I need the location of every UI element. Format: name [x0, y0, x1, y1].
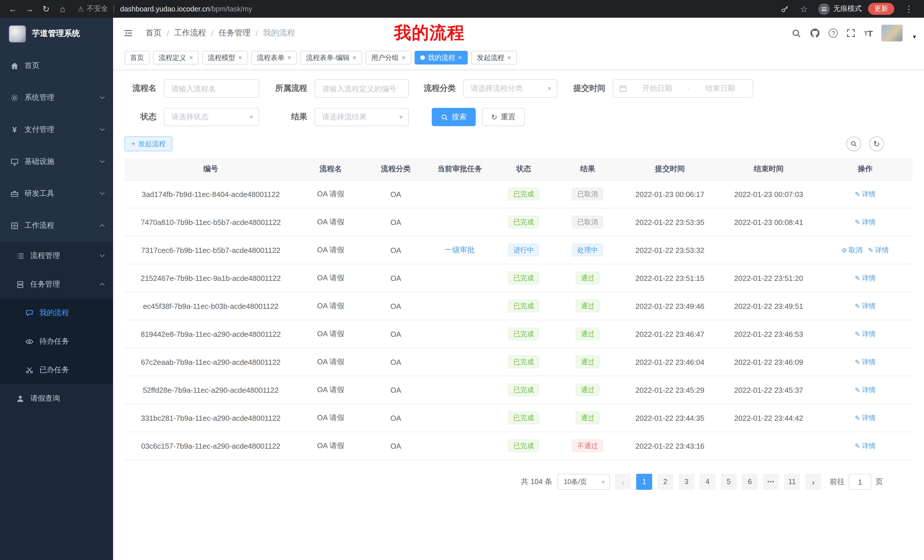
total-count: 共 104 条: [521, 477, 552, 487]
sidebar-item-infrastructure[interactable]: 基础设施: [0, 145, 113, 178]
browser-home-icon[interactable]: ⌂: [54, 4, 71, 14]
edit-icon: ✎: [855, 386, 860, 394]
sidebar-item-todo-tasks[interactable]: 待办任务: [0, 327, 113, 356]
search-button[interactable]: 搜索: [432, 108, 476, 126]
page-button-6[interactable]: 6: [742, 474, 758, 490]
detail-link[interactable]: ✎详情: [855, 217, 876, 227]
detail-link[interactable]: ✎详情: [855, 189, 876, 199]
sidebar-item-system[interactable]: 系统管理: [0, 82, 113, 114]
browser-reload-icon[interactable]: ↻: [38, 4, 54, 14]
prev-page-button[interactable]: ‹: [615, 474, 631, 490]
page-button-4[interactable]: 4: [700, 474, 716, 490]
detail-link[interactable]: ✎详情: [855, 413, 876, 423]
cell-submit-time: 2022-01-22 23:44:35: [620, 404, 720, 432]
close-icon[interactable]: ×: [238, 54, 242, 61]
detail-link[interactable]: ✎详情: [855, 273, 876, 283]
process-name-input[interactable]: [164, 79, 259, 97]
sidebar-item-workflow[interactable]: 工作流程: [0, 210, 113, 241]
sidebar-item-done-tasks[interactable]: 已办任务: [0, 356, 113, 384]
cell-id: ec45f38f-7b9a-11ec-b03b-acde48001122: [124, 292, 297, 320]
tab-home[interactable]: 首页: [124, 51, 150, 64]
avatar[interactable]: [882, 24, 903, 42]
detail-link[interactable]: ✎详情: [855, 385, 876, 395]
sidebar-item-process-mgmt[interactable]: 流程管理: [0, 241, 113, 270]
cell-submit-time: 2022-01-22 23:53:35: [620, 208, 720, 236]
cell-current-task: [427, 292, 492, 320]
toggle-search-icon[interactable]: [846, 136, 861, 151]
list-icon: [15, 252, 25, 260]
cancel-link[interactable]: ⊘取消: [842, 245, 862, 255]
category-select[interactable]: 请选择流程分类 ▾: [463, 79, 557, 97]
fullscreen-icon[interactable]: [846, 28, 855, 38]
page-button-3[interactable]: 3: [678, 474, 694, 490]
search-icon[interactable]: [792, 28, 801, 38]
cell-result: 通过: [555, 404, 620, 432]
close-icon[interactable]: ×: [402, 54, 405, 61]
tab-my-processes[interactable]: 我的流程×: [415, 51, 468, 64]
update-button[interactable]: 更新: [868, 3, 894, 15]
tab-process-model[interactable]: 流程模型×: [202, 51, 248, 64]
detail-link[interactable]: ✎详情: [855, 329, 876, 339]
tab-process-definition[interactable]: 流程定义×: [153, 51, 199, 64]
page-size-select[interactable]: 10条/页 ▾: [557, 474, 610, 490]
start-process-button[interactable]: + 发起流程: [124, 136, 172, 151]
close-icon[interactable]: ×: [458, 54, 462, 61]
close-icon[interactable]: ×: [287, 54, 291, 61]
cell-actions: ✎详情: [818, 432, 913, 460]
browser-back-icon[interactable]: ←: [4, 4, 21, 14]
detail-link[interactable]: ✎详情: [855, 357, 876, 367]
breadcrumb-item[interactable]: 工作流程: [174, 28, 206, 38]
result-select[interactable]: 请选择流结果 ▾: [315, 108, 409, 126]
tab-process-form[interactable]: 流程表单×: [251, 51, 297, 64]
page-button-11[interactable]: 11: [784, 474, 800, 490]
chevron-up-icon: [99, 282, 105, 287]
sidebar-item-payment[interactable]: ¥ 支付管理: [0, 114, 113, 145]
status-badge: 已完成: [508, 383, 539, 396]
cell-submit-time: 2022-01-22 23:46:04: [620, 348, 720, 376]
breadcrumb-item[interactable]: 首页: [146, 28, 162, 38]
app-logo[interactable]: 芋道管理系统: [0, 18, 113, 49]
tab-user-group[interactable]: 用户分组×: [366, 51, 411, 64]
page-header: 首页 / 工作流程 / 任务管理 / 我的流程 我的流程 ?: [113, 18, 924, 48]
bookmark-star-icon[interactable]: ☆: [795, 4, 812, 14]
font-size-icon[interactable]: TT: [864, 28, 873, 38]
date-range-picker[interactable]: 开始日期 - 结束日期: [613, 79, 753, 97]
browser-forward-icon[interactable]: →: [21, 4, 38, 14]
github-icon[interactable]: [810, 28, 820, 38]
address-bar[interactable]: ⚠ 不安全 dashboard.yudao.iocoder.cn/bpm/tas…: [78, 4, 781, 14]
cell-current-task: [427, 264, 492, 292]
sidebar-item-task-mgmt[interactable]: 任务管理: [0, 270, 113, 298]
next-page-button[interactable]: ›: [805, 474, 821, 490]
current-task-link[interactable]: 一级审批: [445, 246, 475, 254]
sidebar-item-devtools[interactable]: 研发工具: [0, 178, 113, 210]
page-button-5[interactable]: 5: [721, 474, 736, 490]
close-icon[interactable]: ×: [507, 54, 511, 61]
status-select[interactable]: 请选择状态 ▾: [164, 108, 259, 126]
table-row: 03c6c157-7b9a-11ec-a290-acde48001122 OA …: [124, 432, 913, 460]
process-definition-input[interactable]: [315, 79, 409, 97]
reset-button[interactable]: ↻ 重置: [482, 108, 525, 126]
sidebar-item-leave-query[interactable]: 请假查询: [0, 384, 113, 413]
tab-start-process[interactable]: 发起流程×: [471, 51, 517, 64]
detail-link[interactable]: ✎详情: [855, 441, 876, 451]
sidebar-item-home[interactable]: 首页: [0, 49, 113, 82]
page-button-2[interactable]: 2: [657, 474, 673, 490]
refresh-table-icon[interactable]: ↻: [869, 136, 884, 151]
more-pages-button[interactable]: •••: [763, 474, 779, 490]
detail-link[interactable]: ✎详情: [855, 301, 876, 311]
detail-link[interactable]: ✎详情: [868, 245, 889, 255]
browser-menu-icon[interactable]: ⋮: [901, 4, 917, 14]
close-icon[interactable]: ×: [352, 54, 356, 61]
close-icon[interactable]: ×: [189, 54, 193, 61]
breadcrumb-item[interactable]: 任务管理: [219, 28, 251, 38]
app-title: 芋道管理系统: [32, 28, 80, 39]
tab-process-form-edit[interactable]: 流程表单-编辑×: [300, 51, 362, 64]
collapse-menu-icon[interactable]: [113, 28, 133, 38]
col-current-task: 当前审批任务: [427, 158, 492, 180]
sidebar-item-my-processes[interactable]: 我的流程: [0, 298, 113, 327]
page-button-1[interactable]: 1: [636, 474, 652, 490]
goto-page-input[interactable]: [849, 474, 872, 490]
key-icon[interactable]: [781, 4, 789, 13]
avatar-caret-icon[interactable]: ▾: [913, 33, 916, 42]
help-icon[interactable]: ?: [829, 28, 838, 38]
